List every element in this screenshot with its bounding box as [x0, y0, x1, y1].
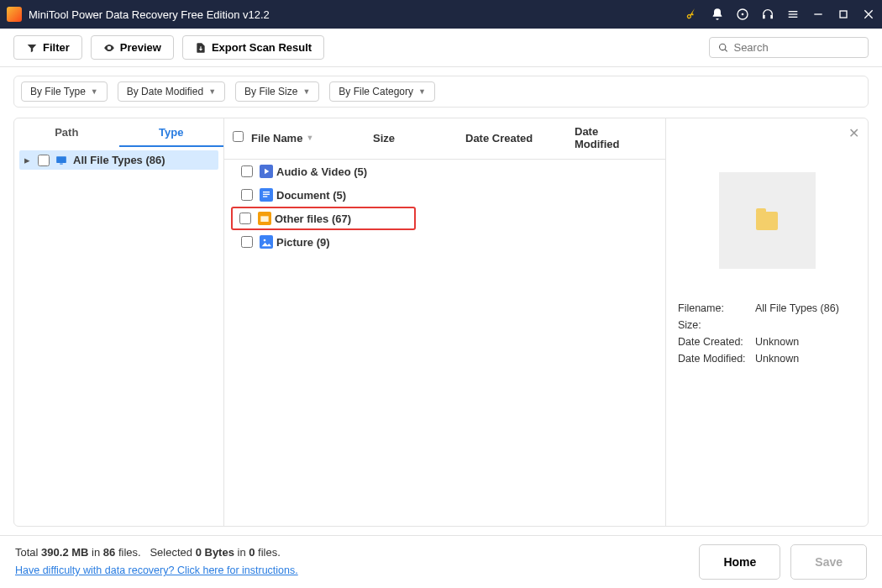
- preview-panel: ✕ Filename:All File Types (86) Size: Dat…: [666, 118, 868, 526]
- chevron-down-icon: ▼: [418, 87, 426, 96]
- info-dc-value: Unknown: [755, 336, 856, 348]
- svg-rect-18: [260, 235, 273, 249]
- titlebar: MiniTool Power Data Recovery Free Editio…: [0, 0, 882, 29]
- svg-point-1: [742, 13, 744, 16]
- search-input[interactable]: [733, 41, 859, 54]
- export-icon: [195, 42, 207, 54]
- export-label: Export Scan Result: [212, 41, 312, 54]
- info-size-value: [755, 319, 856, 331]
- svg-rect-4: [789, 11, 798, 12]
- select-all-checkbox[interactable]: [233, 131, 244, 142]
- export-button[interactable]: Export Scan Result: [182, 35, 324, 60]
- svg-rect-14: [263, 194, 270, 195]
- col-date-created[interactable]: Date Created: [465, 132, 575, 144]
- info-dm-value: Unknown: [755, 353, 856, 365]
- filter-file-category[interactable]: By File Category▼: [329, 81, 435, 102]
- key-icon[interactable]: [685, 8, 699, 21]
- media-icon: [260, 165, 273, 178]
- search-icon: [718, 42, 728, 54]
- svg-rect-9: [56, 156, 66, 163]
- svg-rect-2: [763, 15, 765, 19]
- list-item[interactable]: Picture (9): [233, 230, 665, 254]
- filter-file-type[interactable]: By File Type▼: [21, 81, 108, 102]
- help-link[interactable]: Have difficulty with data recovery? Clic…: [15, 564, 298, 576]
- col-size[interactable]: Size: [373, 132, 465, 144]
- app-logo-icon: [7, 7, 22, 22]
- filter-label: Filter: [43, 41, 70, 54]
- list-item[interactable]: Audio & Video (5): [233, 160, 665, 183]
- tree-root-label: All File Types (86): [73, 154, 165, 166]
- column-header: File Name ▼ Size Date Created Date Modif…: [224, 118, 665, 160]
- item-checkbox[interactable]: [241, 165, 253, 177]
- sidebar-tabs: Path Type: [14, 118, 223, 147]
- item-name: Picture (9): [276, 236, 330, 249]
- col-date-modified[interactable]: Date Modified: [575, 125, 642, 150]
- close-icon[interactable]: [862, 8, 875, 21]
- svg-rect-5: [789, 13, 798, 14]
- menu-icon[interactable]: [786, 8, 800, 21]
- tree-root-checkbox[interactable]: [38, 155, 50, 166]
- eye-icon: [103, 42, 115, 54]
- svg-rect-17: [260, 216, 268, 222]
- tab-path[interactable]: Path: [14, 118, 119, 147]
- disc-icon[interactable]: [736, 8, 749, 21]
- item-name: Audio & Video (5): [276, 165, 367, 178]
- tab-type[interactable]: Type: [119, 118, 224, 147]
- item-name: Other files (67): [275, 213, 351, 225]
- svg-rect-6: [789, 17, 798, 18]
- col-filename[interactable]: File Name: [251, 132, 302, 144]
- search-box[interactable]: [709, 37, 869, 58]
- svg-rect-7: [814, 13, 822, 14]
- info-filename-label: Filename:: [678, 302, 755, 314]
- filter-file-size[interactable]: By File Size▼: [235, 81, 319, 102]
- folder-icon: [756, 212, 778, 230]
- item-checkbox[interactable]: [239, 213, 251, 224]
- svg-rect-10: [60, 163, 63, 164]
- close-preview-icon[interactable]: ✕: [848, 125, 859, 141]
- filter-button[interactable]: Filter: [13, 35, 82, 60]
- preview-label: Preview: [120, 41, 161, 54]
- file-list: File Name ▼ Size Date Created Date Modif…: [224, 118, 666, 526]
- headphones-icon[interactable]: [761, 8, 774, 21]
- maximize-icon[interactable]: [837, 8, 850, 21]
- home-button[interactable]: Home: [699, 544, 780, 580]
- main-content: Path Type ▸ All File Types (86) File Nam…: [13, 118, 869, 527]
- app-title: MiniTool Power Data Recovery Free Editio…: [29, 8, 685, 21]
- toolbar: Filter Preview Export Scan Result: [0, 29, 882, 67]
- sidebar: Path Type ▸ All File Types (86): [14, 118, 224, 526]
- tree: ▸ All File Types (86): [14, 147, 223, 173]
- svg-rect-3: [770, 15, 773, 19]
- preview-info: Filename:All File Types (86) Size: Date …: [678, 302, 856, 365]
- funnel-icon: [26, 42, 38, 54]
- list-item[interactable]: Document (5): [233, 183, 665, 207]
- svg-point-19: [264, 239, 266, 242]
- folder-icon: [258, 212, 271, 225]
- info-filename-value: All File Types (86): [755, 302, 856, 314]
- chevron-down-icon: ▼: [208, 87, 216, 96]
- info-dm-label: Date Modified:: [678, 353, 755, 365]
- item-checkbox[interactable]: [241, 189, 253, 201]
- expand-icon[interactable]: ▸: [24, 154, 33, 166]
- svg-rect-13: [263, 192, 270, 192]
- minimize-icon[interactable]: [811, 8, 825, 21]
- item-name: Document (5): [276, 189, 346, 202]
- chevron-down-icon: ▼: [302, 87, 310, 96]
- document-icon: [260, 188, 273, 202]
- filter-date-modified[interactable]: By Date Modified▼: [118, 81, 225, 102]
- monitor-icon: [55, 155, 68, 166]
- svg-rect-15: [263, 196, 267, 197]
- list-item-highlighted[interactable]: Other files (67): [231, 207, 416, 230]
- item-checkbox[interactable]: [241, 236, 253, 248]
- picture-icon: [260, 235, 273, 249]
- info-size-label: Size:: [678, 319, 755, 331]
- status-text: Total 390.2 MB in 86 files. Selected 0 B…: [15, 544, 298, 580]
- save-button[interactable]: Save: [790, 544, 867, 580]
- svg-rect-8: [840, 11, 847, 18]
- filter-bar: By File Type▼ By Date Modified▼ By File …: [13, 76, 869, 108]
- preview-thumbnail: [719, 172, 816, 269]
- preview-button[interactable]: Preview: [91, 35, 174, 60]
- bell-icon[interactable]: [711, 8, 724, 21]
- tree-root[interactable]: ▸ All File Types (86): [19, 150, 218, 170]
- sort-caret-icon: ▼: [306, 134, 313, 142]
- chevron-down-icon: ▼: [91, 87, 98, 96]
